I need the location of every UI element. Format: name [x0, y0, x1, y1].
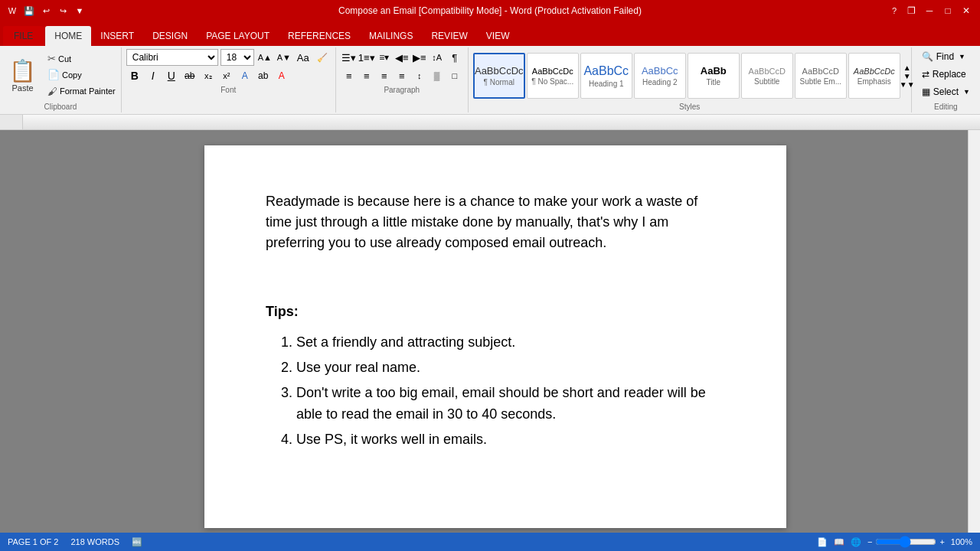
- document-area: Readymade is because here is a chance to…: [0, 130, 980, 533]
- tab-view[interactable]: VIEW: [477, 26, 519, 46]
- undo-icon[interactable]: ↩: [40, 5, 52, 17]
- shrink-font-button[interactable]: A▼: [276, 49, 292, 66]
- tab-file[interactable]: FILE: [3, 26, 44, 46]
- minimize-button[interactable]: ─: [922, 5, 937, 16]
- increase-indent-button[interactable]: ▶≡: [411, 49, 428, 66]
- save-icon[interactable]: 💾: [23, 5, 35, 17]
- borders-button[interactable]: □: [446, 67, 463, 84]
- tips-heading: Tips:: [266, 302, 725, 322]
- grow-font-button[interactable]: A▲: [256, 49, 273, 66]
- right-scrollbar[interactable]: [968, 130, 980, 533]
- tab-design[interactable]: DESIGN: [143, 26, 197, 46]
- bold-button[interactable]: B: [126, 67, 143, 84]
- align-right-button[interactable]: ≡: [376, 67, 393, 84]
- view-read-icon[interactable]: 📖: [834, 537, 844, 547]
- view-web-icon[interactable]: 🌐: [851, 537, 861, 547]
- style-normal[interactable]: AaBbCcDc ¶ Normal: [473, 53, 525, 99]
- style-emphasis[interactable]: AaBbCcDc Emphasis: [848, 53, 900, 99]
- multilevel-button[interactable]: ≡▾: [376, 49, 393, 66]
- font-color-button[interactable]: A: [273, 67, 290, 84]
- ruler: [23, 115, 980, 129]
- find-dropdown-icon[interactable]: ▼: [959, 53, 965, 60]
- align-center-button[interactable]: ≡: [358, 67, 375, 84]
- editing-group: 🔍 Find ▼ ⇄ Replace ▦ Select ▼ Editing: [912, 47, 980, 112]
- line-spacing-button[interactable]: ↕: [411, 67, 428, 84]
- zoom-in-icon[interactable]: +: [939, 537, 944, 546]
- para-row2: ≡ ≡ ≡ ≡ ↕ ▒ □: [341, 67, 463, 84]
- style-subtitle-preview: AaBbCcD: [749, 67, 786, 76]
- copy-icon: 📄: [47, 69, 60, 80]
- title-bar-left: W 💾 ↩ ↪ ▼: [6, 5, 86, 17]
- find-button[interactable]: 🔍 Find ▼: [918, 49, 974, 64]
- strikethrough-button[interactable]: ab: [181, 67, 198, 84]
- clipboard-group: 📋 Paste ✂ Cut 📄 Copy 🖌 Format Painter Cl…: [0, 47, 122, 112]
- redo-icon[interactable]: ↪: [57, 5, 69, 17]
- view-print-icon[interactable]: 📄: [817, 537, 828, 547]
- tips-list: Set a friendly and attracting subject. U…: [266, 331, 725, 451]
- shading-button[interactable]: ▒: [429, 67, 446, 84]
- style-title[interactable]: AaBb Title: [688, 53, 740, 99]
- ribbon-tabs: FILE HOME INSERT DESIGN PAGE LAYOUT REFE…: [0, 21, 980, 46]
- subscript-button[interactable]: x₂: [200, 67, 217, 84]
- decrease-indent-button[interactable]: ◀≡: [394, 49, 410, 66]
- maximize-button[interactable]: □: [940, 5, 956, 16]
- ruler-area: [0, 115, 980, 130]
- italic-button[interactable]: I: [145, 67, 162, 84]
- cut-button[interactable]: ✂ Cut: [45, 52, 118, 65]
- word-count: 218 WORDS: [70, 537, 119, 546]
- format-painter-button[interactable]: 🖌 Format Painter: [45, 85, 118, 98]
- help-icon[interactable]: ?: [888, 5, 900, 17]
- style-subtitle[interactable]: AaBbCcD Subtitle: [741, 53, 793, 99]
- bullets-button[interactable]: ☰▾: [341, 49, 358, 66]
- paste-button[interactable]: 📋 Paste: [3, 49, 42, 101]
- show-marks-button[interactable]: ¶: [446, 49, 463, 66]
- document-scroll-area[interactable]: Readymade is because here is a chance to…: [23, 130, 968, 533]
- clear-format-button[interactable]: 🧹: [314, 49, 331, 66]
- select-button[interactable]: ▦ Select ▼: [918, 84, 974, 99]
- ruler-corner: [0, 115, 23, 129]
- tab-references[interactable]: REFERENCES: [279, 26, 360, 46]
- document-text: Readymade is because here is a chance to…: [266, 191, 725, 451]
- zoom-slider[interactable]: − +: [867, 536, 945, 548]
- status-right: 📄 📖 🌐 − + 100%: [817, 536, 972, 548]
- text-effects-button[interactable]: A: [237, 67, 253, 84]
- underline-button[interactable]: U: [163, 67, 180, 84]
- copy-button[interactable]: 📄 Copy: [45, 68, 118, 81]
- scroll-up-icon[interactable]: ▲: [903, 64, 911, 72]
- style-heading2[interactable]: AaBbCc Heading 2: [634, 53, 686, 99]
- styles-group: AaBbCcDc ¶ Normal AaBbCcDc ¶ No Spac... …: [469, 47, 912, 112]
- change-case-button[interactable]: Aa: [295, 49, 312, 66]
- select-dropdown-icon[interactable]: ▼: [963, 88, 970, 96]
- style-heading1[interactable]: AaBbCc Heading 1: [580, 53, 632, 99]
- superscript-button[interactable]: x²: [218, 67, 235, 84]
- style-emphasis-preview: AaBbCcDc: [854, 67, 895, 76]
- zoom-out-icon[interactable]: −: [867, 537, 872, 546]
- tab-home[interactable]: HOME: [45, 26, 91, 46]
- replace-button[interactable]: ⇄ Replace: [918, 67, 974, 82]
- restore-button[interactable]: ❐: [903, 5, 919, 16]
- style-no-spacing[interactable]: AaBbCcDc ¶ No Spac...: [527, 53, 579, 99]
- scroll-down-icon[interactable]: ▼: [903, 72, 911, 80]
- styles-scroll[interactable]: ▲ ▼ ▼▼: [902, 64, 913, 89]
- page-info: PAGE 1 OF 2: [8, 537, 58, 546]
- font-name-select[interactable]: Calibri: [126, 49, 218, 66]
- align-left-button[interactable]: ≡: [341, 67, 358, 84]
- tab-page-layout[interactable]: PAGE LAYOUT: [197, 26, 279, 46]
- quick-access-icon[interactable]: ▼: [74, 5, 86, 17]
- tab-review[interactable]: REVIEW: [422, 26, 476, 46]
- sort-button[interactable]: ↕A: [429, 49, 446, 66]
- numbering-button[interactable]: 1≡▾: [358, 49, 375, 66]
- tab-insert[interactable]: INSERT: [91, 26, 143, 46]
- close-button[interactable]: ✕: [959, 5, 974, 16]
- document-page[interactable]: Readymade is because here is a chance to…: [204, 145, 786, 528]
- font-row2: B I U ab x₂ x² A ab A: [126, 67, 331, 84]
- font-size-select[interactable]: 18: [220, 49, 254, 66]
- style-subtle-em[interactable]: AaBbCcD Subtle Em...: [795, 53, 847, 99]
- language-icon: 🔤: [132, 537, 142, 547]
- highlight-button[interactable]: ab: [255, 67, 272, 84]
- tab-mailings[interactable]: MAILINGS: [360, 26, 422, 46]
- font-label: Font: [126, 86, 331, 94]
- justify-button[interactable]: ≡: [394, 67, 410, 84]
- zoom-range[interactable]: [875, 536, 936, 548]
- spacer-para: [266, 266, 725, 286]
